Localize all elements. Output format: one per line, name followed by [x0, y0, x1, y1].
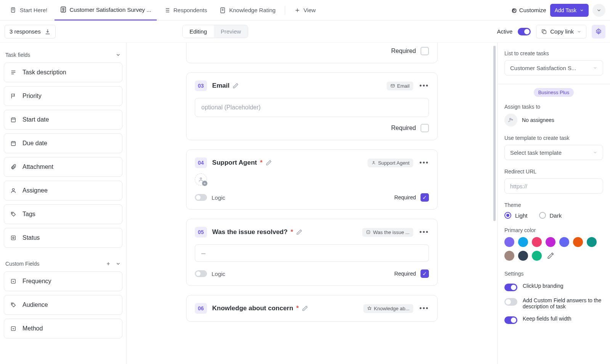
preview-label: Preview [221, 28, 241, 35]
tab-add-view[interactable]: View [289, 0, 321, 21]
branding-toggle[interactable] [504, 284, 517, 291]
color-swatch[interactable] [504, 251, 514, 261]
list-icon [164, 7, 170, 14]
person-icon [10, 188, 17, 194]
scrollbar-thumb[interactable] [493, 46, 496, 221]
calendar-icon [10, 117, 17, 123]
field-attachment[interactable]: Attachment [4, 157, 122, 177]
download-icon[interactable] [45, 29, 51, 35]
color-swatch[interactable] [573, 237, 583, 247]
color-swatch[interactable] [559, 237, 569, 247]
custom-field-method[interactable]: Method [4, 319, 122, 338]
field-start-date[interactable]: Start date [4, 110, 122, 130]
full-width-toggle[interactable] [504, 316, 517, 324]
field-task-description[interactable]: Task description [4, 63, 122, 82]
custom-field-audience[interactable]: Audience [4, 295, 122, 315]
add-person-icon [504, 114, 517, 127]
form-card-partial: Required [186, 43, 438, 63]
theme-dark-radio[interactable]: Dark [539, 212, 562, 219]
task-fields-header[interactable]: Task fields [4, 49, 122, 63]
tab-label: Customer Satisfaction Survey ... [70, 6, 151, 13]
center-scrollbar[interactable] [493, 46, 496, 361]
color-swatch[interactable] [532, 251, 542, 261]
preview-tab[interactable]: Preview [214, 25, 248, 38]
required-checkbox[interactable] [421, 193, 429, 202]
required-checkbox[interactable] [421, 124, 429, 132]
custom-field-desc-toggle[interactable] [504, 298, 517, 306]
template-select[interactable]: Select task template [504, 145, 603, 160]
required-checkbox[interactable] [421, 47, 429, 55]
text-icon [10, 69, 17, 75]
svg-rect-7 [11, 141, 16, 146]
tab-label: View [303, 7, 316, 13]
chip-label: Was the issue ... [373, 229, 409, 235]
custom-fields-header[interactable]: Custom Fields [4, 258, 122, 271]
form-card-issue-resolved[interactable]: 05 Was the issue resolved? * Was the iss… [186, 219, 438, 286]
eyedropper-icon[interactable] [546, 251, 555, 261]
edit-icon[interactable] [302, 305, 308, 311]
more-icon[interactable]: ••• [419, 82, 429, 90]
add-task-button[interactable]: Add Task [550, 4, 589, 17]
custom-field-frequency[interactable]: Frequency [4, 271, 122, 291]
color-swatch[interactable] [518, 251, 528, 261]
chevron-down-icon [116, 52, 121, 58]
field-type-chip[interactable]: Support Agent [368, 159, 413, 167]
color-swatch[interactable] [532, 237, 542, 247]
more-icon[interactable]: ••• [419, 305, 429, 313]
edit-icon[interactable] [233, 83, 239, 89]
color-swatch[interactable] [518, 237, 528, 247]
redirect-url-input[interactable]: https:// [504, 178, 603, 194]
customize-button[interactable]: Customize [510, 7, 546, 14]
field-label: Audience [22, 301, 48, 308]
form-card-knowledge[interactable]: 06 Knowledge about concern * Knowledge a… [186, 295, 438, 322]
chevron-down-icon [116, 261, 121, 266]
plan-badge[interactable]: Business Plus [534, 88, 574, 97]
color-swatch[interactable] [546, 237, 555, 247]
setting-fullwidth-label: Keep fields full width [523, 316, 571, 322]
editing-tab[interactable]: Editing [183, 25, 214, 38]
color-swatch[interactable] [587, 237, 597, 247]
tab-knowledge-rating[interactable]: Knowledge Rating [214, 0, 281, 21]
tab-start-here[interactable]: Start Here! [5, 0, 53, 21]
copy-link-button[interactable]: Copy link [536, 25, 586, 38]
template-label: Use template to create task [504, 135, 603, 141]
more-menu-button[interactable] [592, 4, 605, 17]
tab-customer-survey[interactable]: Customer Satisfaction Survey ... [55, 0, 157, 21]
field-type-chip[interactable]: Knowledge ab... [363, 304, 413, 313]
logic-toggle[interactable] [195, 270, 207, 277]
field-type-chip[interactable]: Email [387, 82, 414, 90]
form-card-email[interactable]: 03 Email Email ••• optional (Placeholder… [186, 72, 438, 140]
more-icon[interactable]: ••• [419, 228, 429, 236]
field-priority[interactable]: Priority [4, 86, 122, 106]
custom-fields-label: Custom Fields [5, 261, 39, 267]
mode-segment: Editing Preview [182, 25, 248, 38]
form-settings-button[interactable] [592, 25, 605, 38]
logic-toggle[interactable] [195, 194, 207, 201]
responses-chip[interactable]: 3 responses [5, 25, 56, 38]
field-status[interactable]: Status [4, 228, 122, 248]
more-icon[interactable]: ••• [419, 159, 429, 167]
field-label: Frequency [22, 278, 51, 285]
assignee-picker[interactable]: No assignees [504, 114, 603, 127]
edit-icon[interactable] [266, 160, 272, 166]
add-assignee-button[interactable] [195, 173, 207, 186]
field-assignee[interactable]: Assignee [4, 181, 122, 200]
list-select[interactable]: Customer Satisfaction S... [504, 60, 603, 75]
color-swatch[interactable] [504, 237, 514, 247]
plus-icon[interactable] [106, 261, 111, 266]
card-number: 05 [195, 227, 207, 237]
theme-light-radio[interactable]: Light [504, 212, 528, 219]
placeholder-input[interactable]: optional (Placeholder) [195, 98, 429, 117]
editing-label: Editing [189, 28, 207, 35]
dropdown-placeholder[interactable]: – [195, 244, 429, 262]
edit-icon[interactable] [296, 229, 302, 235]
active-toggle[interactable] [518, 28, 531, 35]
tab-respondents[interactable]: Respondents [158, 0, 212, 21]
setting-cfdesc-label: Add Custom Field answers to the descript… [523, 297, 603, 309]
field-due-date[interactable]: Due date [4, 133, 122, 153]
svg-point-5 [598, 30, 600, 32]
required-checkbox[interactable] [421, 269, 429, 278]
form-card-support-agent[interactable]: 04 Support Agent * Support Agent ••• [186, 149, 438, 210]
field-type-chip[interactable]: Was the issue ... [362, 228, 413, 237]
field-tags[interactable]: Tags [4, 204, 122, 224]
